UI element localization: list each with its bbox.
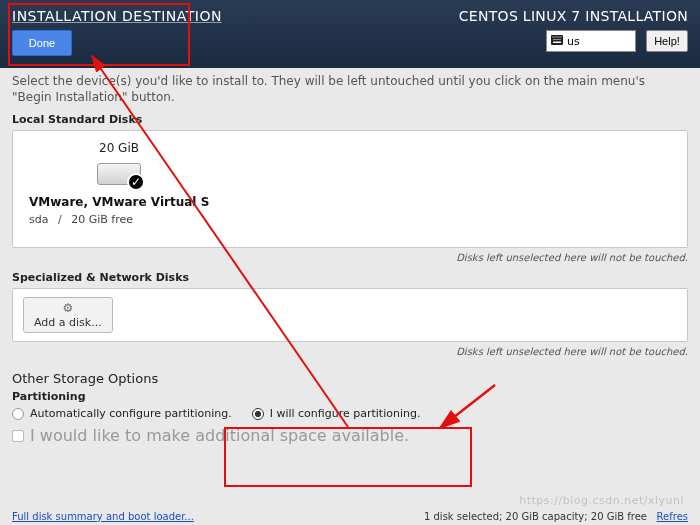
disk-icon-wrap: ✓ <box>29 159 209 189</box>
svg-rect-5 <box>561 36 562 37</box>
disk-size: 20 GiB <box>29 141 209 155</box>
keyboard-selector[interactable]: us <box>546 30 636 52</box>
radio-manual-partition[interactable]: I will configure partitioning. <box>252 407 421 420</box>
local-disks-note: Disks left unselected here will not be t… <box>12 252 688 263</box>
gear-icon: ⚙ <box>62 301 73 315</box>
intro-text: Select the device(s) you'd like to insta… <box>12 74 688 105</box>
checkbox-additional-space[interactable]: I would like to make additional space av… <box>12 426 688 445</box>
special-disks-label: Specialized & Network Disks <box>12 271 688 284</box>
footer-right: 1 disk selected; 20 GiB capacity; 20 GiB… <box>424 511 688 522</box>
add-disk-button[interactable]: ⚙ Add a disk... <box>23 297 113 333</box>
svg-rect-7 <box>556 39 557 40</box>
header-bar: INSTALLATION DESTINATION Done CENTOS LIN… <box>0 0 700 68</box>
special-disks-area: ⚙ Add a disk... <box>12 288 688 342</box>
watermark: https://blog.csdn.net/xiyuni <box>519 494 684 507</box>
radio-auto-label: Automatically configure partitioning. <box>30 407 232 420</box>
checkmark-icon: ✓ <box>127 173 145 191</box>
checkbox-additional-label: I would like to make additional space av… <box>30 426 409 445</box>
svg-rect-10 <box>553 41 561 43</box>
refresh-link[interactable]: Refres <box>657 511 688 522</box>
add-disk-label: Add a disk... <box>34 316 102 329</box>
local-disks-area: 20 GiB ✓ VMware, VMware Virtual S sda / … <box>12 130 688 248</box>
radio-auto-partition[interactable]: Automatically configure partitioning. <box>12 407 232 420</box>
special-disks-note: Disks left unselected here will not be t… <box>12 346 688 357</box>
footer: Full disk summary and boot loader... 1 d… <box>0 511 700 522</box>
done-button[interactable]: Done <box>12 30 72 56</box>
disk-summary-link[interactable]: Full disk summary and boot loader... <box>12 511 194 522</box>
svg-rect-9 <box>560 39 561 40</box>
disk-device: sda <box>29 213 48 226</box>
svg-rect-6 <box>554 39 555 40</box>
header-right: CENTOS LINUX 7 INSTALLATION us Help! <box>459 8 688 60</box>
svg-rect-4 <box>559 36 560 37</box>
header-controls: us Help! <box>546 30 688 52</box>
header-left: INSTALLATION DESTINATION Done <box>12 8 222 60</box>
disk-name: VMware, VMware Virtual S <box>29 195 671 209</box>
installer-subtitle: CENTOS LINUX 7 INSTALLATION <box>459 8 688 24</box>
radio-icon <box>12 408 24 420</box>
separator: / <box>58 213 62 226</box>
keyboard-value: us <box>567 35 580 48</box>
help-button[interactable]: Help! <box>646 30 688 52</box>
radio-icon <box>252 408 264 420</box>
partitioning-row: Automatically configure partitioning. I … <box>12 407 688 420</box>
other-options-title: Other Storage Options <box>12 371 688 386</box>
disk-item[interactable]: ✓ <box>97 159 141 189</box>
content: Select the device(s) you'd like to insta… <box>0 68 700 445</box>
disk-details: sda / 20 GiB free <box>29 213 671 226</box>
partitioning-label: Partitioning <box>12 390 688 403</box>
svg-rect-3 <box>557 36 558 37</box>
local-disks-label: Local Standard Disks <box>12 113 688 126</box>
disk-free: 20 GiB free <box>71 213 133 226</box>
selection-status: 1 disk selected; 20 GiB capacity; 20 GiB… <box>424 511 647 522</box>
radio-manual-label: I will configure partitioning. <box>270 407 421 420</box>
svg-rect-1 <box>553 36 554 37</box>
checkbox-icon <box>12 430 24 442</box>
svg-rect-2 <box>555 36 556 37</box>
page-title: INSTALLATION DESTINATION <box>12 8 222 24</box>
svg-rect-8 <box>558 39 559 40</box>
keyboard-icon <box>551 35 563 48</box>
